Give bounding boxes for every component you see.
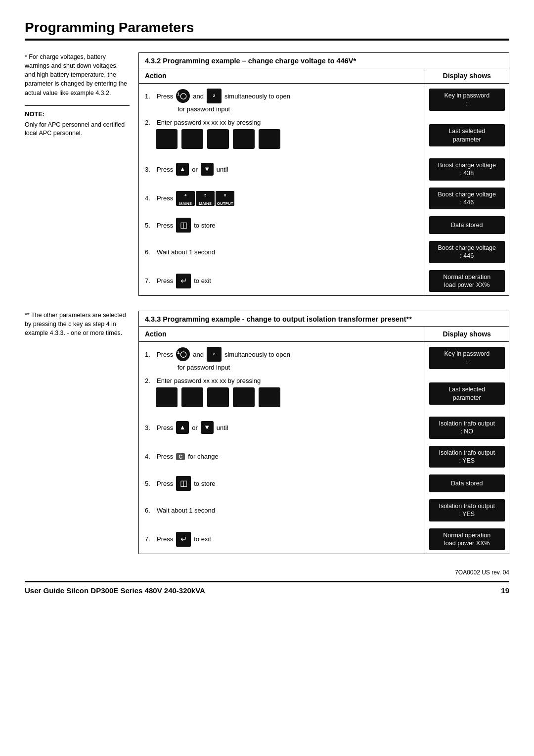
step6-display: Boost charge voltage: 446: [425, 237, 509, 267]
or-label: or: [192, 166, 198, 173]
circle1-icon: 1 ◯: [176, 347, 190, 361]
action-header: Action: [139, 327, 425, 342]
press-label: Press: [157, 424, 173, 431]
step3-action: 3. Press ▲ or ▼ until: [139, 155, 425, 184]
password-buttons: [156, 129, 419, 149]
step3-action: 3. Press ▲ or ▼ until: [139, 413, 425, 442]
to-exit-label: to exit: [194, 277, 211, 284]
until-label: until: [217, 166, 228, 173]
pw-btn2: [181, 129, 203, 149]
step-num: 4.: [145, 194, 154, 202]
step-num: 7.: [145, 277, 154, 284]
enter-icon: ↵: [176, 532, 191, 547]
display-box: Normal operationload power XX%: [429, 528, 505, 551]
pw-btn1: [156, 129, 178, 149]
step5-display: Data stored: [425, 471, 509, 496]
step5-action: 5. Press ◫ to store: [139, 213, 425, 237]
step7-action: 7. Press ↵ to exit: [139, 525, 425, 554]
c-button-icon: C: [176, 453, 185, 460]
display-box: Data stored: [429, 474, 505, 492]
arrow-up-icon: ▲: [176, 163, 189, 176]
table-row: 5. Press ◫ to store Data stored: [139, 471, 509, 496]
rect-btn1: 4MAINSCURRENT: [176, 191, 195, 206]
step-num: 2.: [145, 377, 154, 384]
section1: * For charge voltages, battery warnings …: [25, 52, 509, 296]
password-buttons: [156, 387, 419, 407]
press-label: Press: [157, 480, 173, 487]
rect-group-icon: 4MAINSCURRENT 5MAINSCURRENT 6OUTPUTCURRE…: [176, 191, 234, 206]
pw-btn1: [156, 387, 178, 407]
table-row: 1. Press 1 ◯ and 2 simultaneou: [139, 342, 509, 375]
rect-btn3: 6OUTPUTCURRENT: [216, 191, 234, 206]
step-num: 3.: [145, 424, 154, 431]
table-row: 4. Press 4MAINSCURRENT 5MAINSCURRENT 6OU…: [139, 184, 509, 213]
step-num: 5.: [145, 480, 154, 487]
step2-display: Last selectedparameter: [425, 374, 509, 413]
step5-action: 5. Press ◫ to store: [139, 471, 425, 496]
display-box: Boost charge voltage: 446: [429, 188, 505, 210]
section1-note: * For charge voltages, battery warnings …: [25, 52, 130, 97]
action-header: Action: [139, 68, 425, 84]
note-label: NOTE:: [25, 110, 130, 119]
section2-right: 4.3.3 Programming example - change to ou…: [138, 311, 509, 554]
until-label: until: [217, 424, 228, 431]
step-num: 6.: [145, 507, 154, 514]
display-box: Last selectedparameter: [429, 382, 505, 405]
wait-text: Wait about 1 second: [157, 507, 215, 514]
table-row: 2. Enter password xx xx xx by pressing: [139, 116, 509, 155]
rect-btn2: 5MAINSCURRENT: [196, 191, 215, 206]
table-row: 3. Press ▲ or ▼ until Isolation trafo ou…: [139, 413, 509, 442]
section2-table: Action Display shows 1. Press 1: [139, 327, 509, 554]
display-header: Display shows: [425, 327, 509, 342]
table-row: 1. Press 1 ◯ and 2 simultaneou: [139, 84, 509, 116]
table-row: 3. Press ▲ or ▼ until Boost charge volta…: [139, 155, 509, 184]
step1-display: Key in password:: [425, 84, 509, 116]
step4-display: Isolation trafo output: YES: [425, 442, 509, 472]
step4-action: 4. Press C for change: [139, 442, 425, 472]
press-label: Press: [157, 453, 173, 460]
step-num: 3.: [145, 166, 154, 173]
step-num: 2.: [145, 119, 154, 126]
table-row: 6. Wait about 1 second Boost charge volt…: [139, 237, 509, 267]
enter-password-text: Enter password xx xx xx by pressing: [157, 377, 261, 384]
section2-heading: 4.3.3 Programming example - change to ou…: [139, 311, 509, 327]
step-num: 7.: [145, 535, 154, 543]
store-icon: ◫: [176, 476, 191, 491]
simultaneously-text: simultaneously to open: [224, 351, 290, 358]
table-row: 7. Press ↵ to exit Normal operationload …: [139, 267, 509, 296]
section1-left: * For charge voltages, battery warnings …: [25, 52, 138, 296]
display-box: Key in password:: [429, 347, 505, 369]
step1-display: Key in password:: [425, 342, 509, 375]
step3-display: Boost charge voltage: 438: [425, 155, 509, 184]
arrow-down-icon: ▼: [201, 163, 214, 176]
display-box: Isolation trafo output: NO: [429, 417, 505, 439]
step2-action: 2. Enter password xx xx xx by pressing: [139, 374, 425, 413]
footer-right: 19: [501, 586, 509, 595]
section1-heading: 4.3.2 Programming example – change charg…: [139, 53, 509, 68]
step7-display: Normal operationload power XX%: [425, 267, 509, 296]
page-title: Programming Parameters: [25, 20, 509, 36]
step2-action: 2. Enter password xx xx xx by pressing: [139, 116, 425, 155]
step6-action: 6. Wait about 1 second: [139, 237, 425, 267]
title-divider: [25, 39, 509, 41]
section1-right: 4.3.2 Programming example – change charg…: [138, 52, 509, 296]
press-label: Press: [157, 535, 173, 543]
wait-text: Wait about 1 second: [157, 248, 215, 256]
step7-display: Normal operationload power XX%: [425, 525, 509, 554]
square2-icon: 2: [207, 347, 222, 362]
table-row: 5. Press ◫ to store Data stored: [139, 213, 509, 237]
table-row: 6. Wait about 1 second Isolation trafo o…: [139, 496, 509, 525]
pw-btn3: [207, 387, 229, 407]
display-box: Isolation trafo output: YES: [429, 446, 505, 468]
step-num: 6.: [145, 248, 154, 256]
section2-note: ** The other parameters are selected by …: [25, 311, 130, 337]
footer-left: User Guide Silcon DP300E Series 480V 240…: [25, 586, 205, 595]
table-row: 2. Enter password xx xx xx by pressing: [139, 374, 509, 413]
step-num: 5.: [145, 222, 154, 229]
pw-btn4: [233, 387, 255, 407]
display-box: Normal operationload power XX%: [429, 270, 505, 292]
press-label: Press: [157, 277, 173, 284]
store-icon: ◫: [176, 218, 191, 233]
arrow-down-icon: ▼: [201, 421, 214, 434]
display-box: Last selectedparameter: [429, 124, 505, 146]
